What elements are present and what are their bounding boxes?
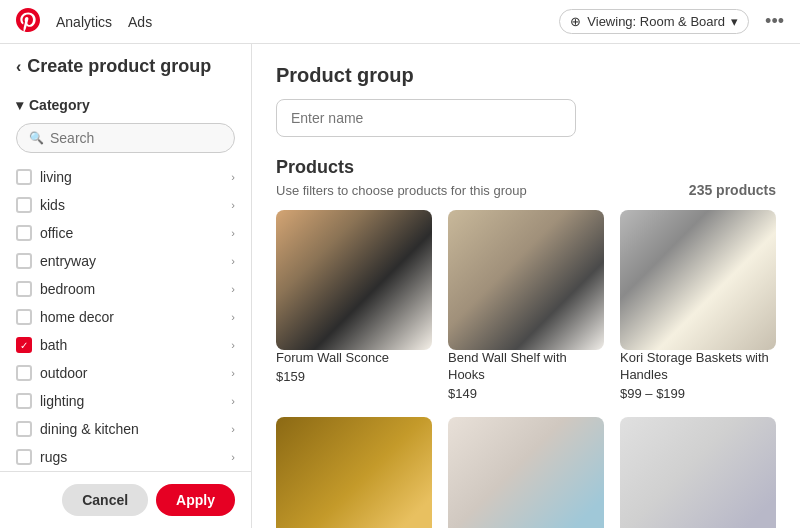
category-section: ▾ Category 🔍 living›kids›office›entryway… <box>0 89 251 471</box>
product-image-4 <box>448 417 604 528</box>
chevron-down-icon: ▾ <box>731 14 738 29</box>
products-count: 235 products <box>689 182 776 198</box>
checkbox-lighting[interactable] <box>16 393 32 409</box>
category-header[interactable]: ▾ Category <box>16 97 235 113</box>
category-label-bedroom: bedroom <box>40 281 223 297</box>
product-price-1: $149 <box>448 386 604 401</box>
products-subtitle-text: Use filters to choose products for this … <box>276 183 527 198</box>
plus-icon: ⊕ <box>570 14 581 29</box>
category-item-office[interactable]: office› <box>16 219 235 247</box>
category-label-kids: kids <box>40 197 223 213</box>
search-icon: 🔍 <box>29 131 44 145</box>
product-price-2: $99 – $199 <box>620 386 776 401</box>
viewing-label: Viewing: Room & Board <box>587 14 725 29</box>
product-card-3[interactable]: Drawer Organizer Set$89 <box>276 417 432 528</box>
category-label-home-decor: home decor <box>40 309 223 325</box>
right-panel: Product group Products Use filters to ch… <box>252 44 800 528</box>
checkbox-living[interactable] <box>16 169 32 185</box>
chevron-right-icon: › <box>231 451 235 463</box>
category-item-rugs[interactable]: rugs› <box>16 443 235 471</box>
pinterest-logo[interactable] <box>16 8 40 35</box>
back-arrow-icon: ‹ <box>16 58 21 76</box>
chevron-right-icon: › <box>231 339 235 351</box>
page-title: Create product group <box>27 56 211 77</box>
checkbox-home-decor[interactable] <box>16 309 32 325</box>
chevron-right-icon: › <box>231 311 235 323</box>
product-card-2[interactable]: Kori Storage Baskets with Handles$99 – $… <box>620 210 776 401</box>
viewing-badge[interactable]: ⊕ Viewing: Room & Board ▾ <box>559 9 749 34</box>
top-nav: Analytics Ads ⊕ Viewing: Room & Board ▾ … <box>0 0 800 44</box>
checkbox-office[interactable] <box>16 225 32 241</box>
chevron-right-icon: › <box>231 423 235 435</box>
checkbox-dining-kitchen[interactable] <box>16 421 32 437</box>
category-item-outdoor[interactable]: outdoor› <box>16 359 235 387</box>
checkbox-outdoor[interactable] <box>16 365 32 381</box>
main-layout: ‹ Create product group ▾ Category 🔍 livi… <box>0 44 800 528</box>
product-card-5[interactable]: Towel Bar Collection$79 <box>620 417 776 528</box>
back-button[interactable]: ‹ Create product group <box>16 56 235 77</box>
product-price-0: $159 <box>276 369 432 384</box>
product-image-0 <box>276 210 432 350</box>
products-section-title: Products <box>276 157 776 178</box>
apply-button[interactable]: Apply <box>156 484 235 516</box>
product-group-name-input[interactable] <box>276 99 576 137</box>
nav-analytics[interactable]: Analytics <box>56 14 112 30</box>
product-grid: Forum Wall Sconce$159Bend Wall Shelf wit… <box>276 210 776 528</box>
category-list: living›kids›office›entryway›bedroom›home… <box>16 163 235 471</box>
category-item-dining-kitchen[interactable]: dining & kitchen› <box>16 415 235 443</box>
category-item-entryway[interactable]: entryway› <box>16 247 235 275</box>
category-item-lighting[interactable]: lighting› <box>16 387 235 415</box>
product-name-2: Kori Storage Baskets with Handles <box>620 350 776 384</box>
category-label-outdoor: outdoor <box>40 365 223 381</box>
chevron-right-icon: › <box>231 227 235 239</box>
chevron-down-icon: ▾ <box>16 97 23 113</box>
category-item-bedroom[interactable]: bedroom› <box>16 275 235 303</box>
category-label-rugs: rugs <box>40 449 223 465</box>
product-image-5 <box>620 417 776 528</box>
product-name-1: Bend Wall Shelf with Hooks <box>448 350 604 384</box>
left-panel: ‹ Create product group ▾ Category 🔍 livi… <box>0 44 252 528</box>
product-image-2 <box>620 210 776 350</box>
product-group-title: Product group <box>276 64 776 87</box>
checkbox-rugs[interactable] <box>16 449 32 465</box>
chevron-right-icon: › <box>231 255 235 267</box>
bottom-buttons: Cancel Apply <box>0 471 251 528</box>
search-box[interactable]: 🔍 <box>16 123 235 153</box>
cancel-button[interactable]: Cancel <box>62 484 148 516</box>
checkbox-bath[interactable] <box>16 337 32 353</box>
product-image-3 <box>276 417 432 528</box>
left-header: ‹ Create product group <box>0 44 251 89</box>
checkbox-kids[interactable] <box>16 197 32 213</box>
chevron-right-icon: › <box>231 367 235 379</box>
category-title: Category <box>29 97 90 113</box>
product-card-4[interactable]: Bathroom Accessories$45 <box>448 417 604 528</box>
category-item-home-decor[interactable]: home decor› <box>16 303 235 331</box>
chevron-right-icon: › <box>231 283 235 295</box>
product-name-0: Forum Wall Sconce <box>276 350 432 367</box>
checkbox-bedroom[interactable] <box>16 281 32 297</box>
products-subtitle-row: Use filters to choose products for this … <box>276 182 776 198</box>
category-item-living[interactable]: living› <box>16 163 235 191</box>
checkbox-entryway[interactable] <box>16 253 32 269</box>
category-label-entryway: entryway <box>40 253 223 269</box>
product-card-1[interactable]: Bend Wall Shelf with Hooks$149 <box>448 210 604 401</box>
category-label-lighting: lighting <box>40 393 223 409</box>
category-item-kids[interactable]: kids› <box>16 191 235 219</box>
category-label-bath: bath <box>40 337 223 353</box>
chevron-right-icon: › <box>231 395 235 407</box>
chevron-right-icon: › <box>231 171 235 183</box>
category-label-office: office <box>40 225 223 241</box>
chevron-right-icon: › <box>231 199 235 211</box>
category-label-dining-kitchen: dining & kitchen <box>40 421 223 437</box>
category-item-bath[interactable]: bath› <box>16 331 235 359</box>
product-image-1 <box>448 210 604 350</box>
product-card-0[interactable]: Forum Wall Sconce$159 <box>276 210 432 401</box>
nav-ads[interactable]: Ads <box>128 14 152 30</box>
category-label-living: living <box>40 169 223 185</box>
search-input[interactable] <box>50 130 222 146</box>
more-options-button[interactable]: ••• <box>765 11 784 32</box>
